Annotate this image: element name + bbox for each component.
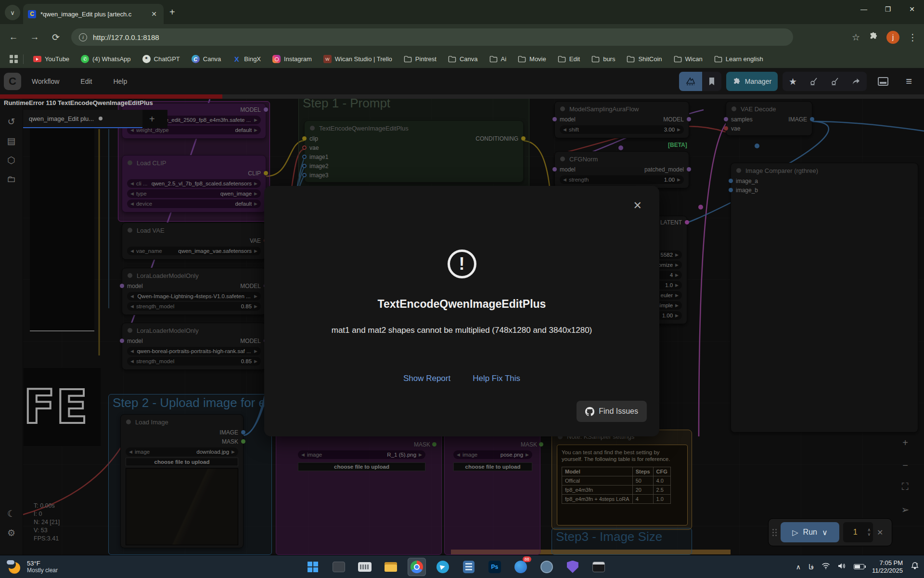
site-info-icon[interactable]: i [79,33,87,41]
window-maximize-button[interactable]: ❐ [877,0,899,18]
manager-label: Manager [745,78,771,85]
bookmark-ai[interactable]: Ai [484,55,513,63]
bookmark-youtube[interactable]: YouTube [27,55,75,63]
folder-icon [518,55,526,63]
bookmark-canva[interactable]: CCanva [186,55,227,63]
bookmark-panel-button[interactable] [702,72,721,91]
manager-button[interactable]: Manager [726,72,778,91]
taskbar-app-start[interactable] [304,558,322,576]
comfyui-menubar: C Workflow Edit Help Manager ★ [0,68,924,94]
github-icon [585,407,594,416]
whatsapp-icon: ✆ [81,55,89,63]
tab-search-button[interactable]: ∨ [5,5,20,20]
system-tray: ∧ فا 7:05 PM 11/22/2025 z [796,559,924,575]
battery-icon[interactable] [854,564,864,569]
forward-icon[interactable]: → [24,32,45,42]
favorites-star-icon[interactable]: ★ [783,72,803,91]
taskbar-app-app-window[interactable] [330,558,348,576]
bookmark-chatgpt[interactable]: *ChatGPT [137,55,186,63]
browser-tab[interactable]: C *qwen_image_Edit plus [artech.c ✕ [23,4,164,24]
bookmark-wican-studio-trello[interactable]: WWican Studio | Trello [318,55,398,63]
tray-chevron-icon[interactable]: ∧ [796,563,801,571]
bookmarks-bar: YouTube✆(4) WhatsApp*ChatGPTCCanvaXBingX… [0,50,924,68]
batch-count-stepper[interactable]: 1 ∧∨ [843,522,873,542]
runbar-drag-handle[interactable] [772,529,777,536]
taskbar-app-terminal[interactable] [590,558,608,576]
language-indicator[interactable]: فا [808,563,814,571]
comfyui-logo: C [4,73,21,90]
taskbar-app-file-explorer[interactable] [382,558,400,576]
bookmark-bingx[interactable]: XBingX [227,55,267,63]
bookmark-star-icon[interactable]: ☆ [852,32,860,43]
bottom-panel-toggle-icon[interactable] [872,72,895,91]
taskbar-app-messenger[interactable]: 88 [512,558,530,576]
profile-avatar[interactable]: j [886,31,899,44]
bookmark-movie[interactable]: Movie [512,55,552,63]
taskbar-app-calculator[interactable] [460,558,478,576]
run-options-chevron-icon[interactable]: ∨ [822,528,828,537]
bookmark--4-whatsapp[interactable]: ✆(4) WhatsApp [75,55,136,63]
volume-icon[interactable] [838,563,846,571]
bookmark-label: Canva [203,55,221,63]
new-tab-button[interactable]: + [169,7,175,18]
bookmark-instagram[interactable]: Instagram [267,55,318,63]
graph-view-button[interactable] [679,72,702,91]
bookmark-burs[interactable]: burs [586,55,621,63]
wifi-icon[interactable] [821,563,830,571]
menu-help[interactable]: Help [103,78,138,85]
taskbar-app-chrome[interactable] [408,558,426,576]
weather-widget[interactable]: 53°FMostly clear [0,559,116,575]
taskbar-app-keyboard[interactable] [356,558,374,576]
bookmark-label: Wican [685,55,703,63]
taskbar-app-telegram[interactable] [434,558,452,576]
extensions-icon[interactable] [869,32,878,43]
show-report-link[interactable]: Show Report [403,374,450,383]
help-fix-this-link[interactable]: Help Fix This [473,374,520,383]
run-button[interactable]: ▷ Run ∨ [781,522,839,542]
taskbar-app-defender[interactable] [564,558,582,576]
window-minimize-button[interactable]: — [853,0,875,18]
runbar-close-icon[interactable]: ✕ [877,528,883,537]
menu-workflow[interactable]: Workflow [21,78,70,85]
error-progress-bar [0,94,222,99]
folder-icon [674,55,682,63]
window-close-button[interactable]: ✕ [901,0,923,18]
weather-temp: 53°F [27,560,58,567]
count-down-icon[interactable]: ∨ [867,532,871,537]
svg-text:z: z [916,562,918,565]
tray-time: 7:05 PM [872,559,903,567]
find-issues-button[interactable]: Find Issues [577,401,647,422]
notification-bell-icon[interactable]: z [911,562,919,572]
back-icon[interactable]: ← [3,32,24,42]
bookmark-wican[interactable]: Wican [668,55,708,63]
run-bar: ▷ Run ∨ 1 ∧∨ ✕ [768,518,892,546]
folder-icon [404,55,412,63]
tab-close-icon[interactable]: ✕ [149,10,159,18]
folder-icon [448,55,456,63]
bookmark-pintrest[interactable]: Pintrest [398,55,442,63]
folder-icon [558,55,566,63]
taskbar-app-app-circle[interactable] [538,558,556,576]
address-bar[interactable]: i http://127.0.0.1:8188 [71,28,793,46]
reload-icon[interactable]: ⟳ [45,32,66,43]
apps-grid-icon[interactable] [10,55,18,64]
browser-menu-icon[interactable]: ⋮ [908,32,917,43]
bookmarks-divider [23,54,24,64]
clean-workflow-icon[interactable] [803,72,824,91]
clock[interactable]: 7:05 PM 11/22/2025 [872,559,903,575]
weather-desc: Mostly clear [27,567,58,574]
taskbar-app-photoshop[interactable]: Ps [486,558,504,576]
menu-edit[interactable]: Edit [70,78,103,85]
bookmark-shitcoin[interactable]: ShitCoin [621,55,667,63]
bookmark-canva[interactable]: Canva [442,55,484,63]
bookmark-learn-english[interactable]: Learn english [708,55,769,63]
bookmark-label: (4) WhatsApp [92,55,130,63]
hamburger-menu-icon[interactable]: ≡ [899,72,918,91]
dialog-close-icon[interactable]: ✕ [633,199,642,212]
clean-all-icon[interactable] [824,72,846,91]
dialog-title: TextEncodeQwenImageEditPlus [264,298,659,311]
windows-taskbar: 53°FMostly clear Ps88 ∧ فا 7:05 PM 11/22… [0,555,924,578]
bookmark-label: YouTube [45,55,69,63]
share-icon[interactable] [846,72,867,91]
bookmark-edit[interactable]: Edit [552,55,586,63]
